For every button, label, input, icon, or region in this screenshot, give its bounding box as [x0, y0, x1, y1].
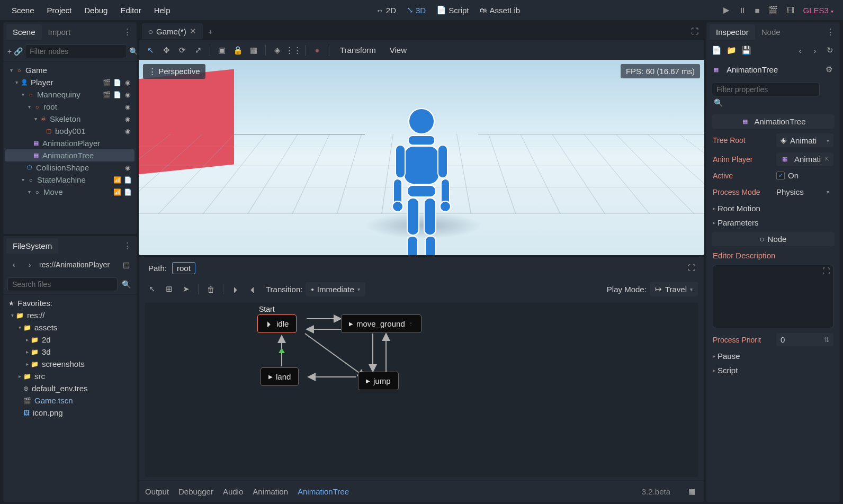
anim-expand-icon[interactable]: ⛶ [685, 262, 698, 274]
transition-dropdown[interactable]: •Immediate▾ [306, 282, 365, 296]
play-custom-button[interactable]: 🎞 [782, 3, 799, 18]
editor-desc-textarea[interactable] [713, 265, 833, 328]
state-move-ground[interactable]: ▶move_ground⋮ [341, 314, 422, 333]
fs-back-icon[interactable]: ‹ [7, 258, 20, 271]
search-icon[interactable]: 🔍 [129, 45, 137, 58]
audio-tab[interactable]: Audio [223, 487, 243, 496]
visibility-icon[interactable]: ◉ [123, 115, 132, 123]
view-menu[interactable]: View [384, 43, 412, 57]
group-icon[interactable]: ▦ [247, 44, 260, 57]
bottom-panel-icon[interactable]: ▦ [685, 485, 698, 498]
anim-connect-icon[interactable]: ➤ [179, 282, 193, 296]
subcat-parameters[interactable]: ▸Parameters [706, 215, 840, 230]
state-land[interactable]: ▶land [261, 367, 299, 386]
fs-search-icon[interactable]: 🔍 [120, 278, 132, 291]
stop-button[interactable]: ■ [750, 3, 764, 18]
add-node-icon[interactable]: + [7, 45, 12, 58]
new-resource-icon[interactable]: 📄 [711, 44, 722, 56]
playmode-dropdown[interactable]: ↦Travel▾ [650, 282, 698, 296]
tab-import[interactable]: Import [42, 24, 77, 40]
close-tab-icon[interactable]: ✕ [190, 26, 196, 36]
renderer-select[interactable]: GLES3 ▾ [799, 3, 838, 18]
state-idle[interactable]: ⏵idle [257, 314, 297, 333]
rotate-tool-icon[interactable]: ⟳ [176, 44, 189, 57]
clapperboard-icon[interactable]: 🎬 [102, 79, 111, 86]
subcat-root-motion[interactable]: ▸Root Motion [706, 201, 840, 215]
subcat-script[interactable]: ▸Script [706, 363, 840, 377]
section-animationtree[interactable]: ▦AnimationTree [712, 114, 835, 129]
fs-grid-icon[interactable]: ▤ [120, 258, 132, 271]
history-menu-icon[interactable]: ↻ [824, 44, 836, 56]
anim-add-node-icon[interactable]: ⊞ [162, 282, 176, 296]
distraction-free-icon[interactable]: ⛶ [688, 25, 701, 38]
script-icon[interactable]: 📄 [123, 188, 132, 196]
menu-editor[interactable]: Editor [114, 3, 147, 18]
tab-filesystem[interactable]: FileSystem [6, 238, 58, 254]
section-node[interactable]: ○Node [712, 232, 835, 246]
fs-env[interactable]: ⊕default_env.tres [7, 382, 132, 394]
visibility-icon[interactable]: ◉ [123, 103, 132, 111]
scale-tool-icon[interactable]: ⤢ [192, 44, 204, 57]
node-collshape[interactable]: ⬠CollisionShape◉ [5, 161, 134, 174]
fs-search-input[interactable] [7, 277, 118, 291]
scene-tab-game[interactable]: ○Game(*)✕ [142, 23, 203, 39]
workspace-2d[interactable]: ↔ 2D [371, 3, 401, 18]
fs-game-scene[interactable]: 🎬Game.tscn [7, 394, 132, 407]
node-skeleton[interactable]: ▾☠Skeleton◉ [5, 113, 134, 125]
node-player[interactable]: ▾👤Player🎬📄◉ [5, 76, 134, 88]
fs-path[interactable]: res://AnimationPlayer [39, 260, 116, 269]
active-checkbox[interactable] [776, 172, 785, 180]
instance-scene-icon[interactable]: 🔗 [14, 45, 23, 58]
load-resource-icon[interactable]: 📁 [725, 44, 737, 56]
debugger-tab[interactable]: Debugger [178, 487, 213, 496]
tab-node[interactable]: Node [755, 24, 787, 40]
anim-select-icon[interactable]: ↖ [145, 282, 159, 296]
workspace-script[interactable]: 📄 Script [431, 2, 474, 18]
visibility-icon[interactable]: ◉ [123, 128, 132, 135]
menu-scene[interactable]: Scene [5, 3, 41, 18]
animationtree-tab[interactable]: AnimationTree [298, 487, 349, 496]
priority-spinner[interactable]: 0⇅ [776, 333, 833, 346]
path-root-button[interactable]: root [172, 262, 195, 274]
tab-inspector[interactable]: Inspector [710, 24, 755, 40]
visibility-icon[interactable]: ◉ [123, 164, 132, 172]
prop-processmode-value[interactable]: Physics▾ [776, 185, 833, 199]
fs-3d[interactable]: ▸📁3d [7, 346, 132, 358]
camera-override-icon[interactable]: ● [311, 44, 324, 57]
node-animtree[interactable]: ▦AnimationTree [5, 149, 134, 161]
menu-debug[interactable]: Debug [78, 3, 114, 18]
save-resource-icon[interactable]: 💾 [740, 44, 752, 56]
output-tab[interactable]: Output [145, 487, 169, 496]
tab-scene[interactable]: Scene [6, 24, 42, 40]
anim-autoplay-icon[interactable]: ⏵ [229, 282, 243, 296]
move-tool-icon[interactable]: ✥ [160, 44, 173, 57]
play-scene-button[interactable]: 🎬 [764, 2, 782, 18]
3d-viewport[interactable]: ⋮ Perspective FPS: 60 (16.67 ms) [139, 60, 704, 255]
inspector-menu-icon[interactable]: ⋮ [824, 25, 837, 39]
script-icon[interactable]: 📄 [123, 176, 132, 184]
local-space-icon[interactable]: ▣ [216, 44, 228, 57]
desc-expand-icon[interactable]: ⛶ [820, 265, 832, 277]
state-jump[interactable]: ▶jump [358, 372, 399, 390]
node-state[interactable]: ▾○StateMachine📶📄 [5, 174, 134, 186]
select-tool-icon[interactable]: ↖ [144, 44, 157, 57]
fs-icon-png[interactable]: 🖼icon.png [7, 407, 132, 419]
fs-menu-icon[interactable]: ⋮ [121, 239, 133, 253]
filter-nodes-input[interactable] [25, 44, 127, 58]
animation-tab[interactable]: Animation [253, 487, 288, 496]
state-machine-canvas[interactable]: Start ⏵idle ▶move_ground⋮ ▶land ▶jump [145, 303, 698, 477]
prop-treeroot-value[interactable]: ◈Animati▾ [776, 133, 833, 147]
prop-animplayer-value[interactable]: ▦Animati⇱ [776, 152, 833, 166]
menu-help[interactable]: Help [148, 3, 177, 18]
inspector-tools-icon[interactable]: ⚙ [823, 64, 835, 75]
fs-2d[interactable]: ▸📁2d [7, 334, 132, 346]
script-icon[interactable]: 📄 [112, 79, 122, 86]
pause-button[interactable]: ⏸ [734, 3, 750, 18]
subcat-pause[interactable]: ▸Pause [706, 349, 840, 363]
node-animplayer[interactable]: ▦AnimationPlayer [5, 137, 134, 149]
history-fwd-icon[interactable]: › [809, 44, 821, 56]
node-mannequiny[interactable]: ▾○Mannequiny🎬📄◉ [5, 88, 134, 101]
node-body[interactable]: ▢body001◉ [5, 125, 134, 137]
menu-project[interactable]: Project [41, 3, 78, 18]
node-move[interactable]: ▾○Move📶📄 [5, 186, 134, 198]
